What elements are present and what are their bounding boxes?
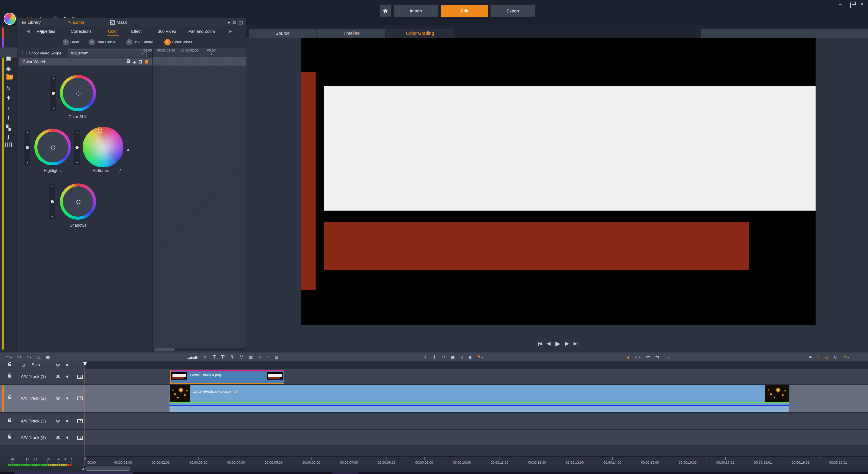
track-4-header[interactable]: A/V Track (4) [0, 430, 84, 445]
play-icon[interactable]: ▶ [555, 340, 560, 347]
motion-blur-icon[interactable]: ◌ [266, 354, 269, 360]
track-1-lane[interactable]: Lower Thirds 4.png [84, 369, 868, 384]
project-bin-folder-icon[interactable] [6, 75, 12, 80]
panel-playhead-marker[interactable] [40, 31, 44, 34]
tab-editor[interactable]: ✎ Editor [68, 20, 84, 25]
subtab-number[interactable]: 3 [126, 39, 132, 45]
track-fx-icon[interactable] [77, 419, 83, 423]
midtones-diamond-icon[interactable]: ◆ [127, 148, 129, 152]
color-shift-slider[interactable]: ▲▼ [51, 76, 56, 111]
export-frame-icon[interactable]: ▣ [46, 354, 50, 360]
subtab-number[interactable]: 4 [164, 39, 170, 45]
title-editor-icon[interactable]: T [213, 354, 216, 360]
subtab-basic[interactable]: Basic [70, 40, 80, 44]
audio-mixer-icon[interactable]: ▂▅▃▇ [188, 355, 197, 359]
eye-icon[interactable] [56, 420, 60, 422]
keyframe-diamond-icon[interactable]: ◆ [133, 60, 136, 64]
delete-effect-icon[interactable] [139, 60, 142, 63]
track-size-icon[interactable]: ≡▾ [26, 354, 31, 360]
color-shift-wheel-marker[interactable] [76, 92, 81, 96]
timeline-playhead-marker[interactable] [83, 362, 87, 366]
scorefitter-clef-icon[interactable]: ʃ [0, 133, 17, 140]
delete-trash-icon[interactable]: ▯ [461, 354, 463, 360]
subproject-icon[interactable]: ⊠ [274, 354, 278, 360]
magnet-snap-icon[interactable]: Ω [825, 354, 829, 360]
color-wheel-section-header[interactable]: Color Wheel ◆ [19, 58, 152, 65]
shadows-slider[interactable]: ▲▼ [49, 184, 55, 219]
track-3-lane[interactable] [84, 413, 868, 429]
slider-thumb[interactable] [51, 200, 54, 203]
track-fx-icon[interactable] [77, 375, 83, 379]
subtab-color-wheel[interactable]: Color Wheel [172, 40, 193, 44]
audio-monitor-icon[interactable]: ⊙ [834, 354, 838, 360]
clip-info-icon[interactable]: ▣ [451, 354, 455, 360]
snapshot-camera-icon[interactable]: ◙ [469, 354, 471, 360]
lock-icon[interactable] [8, 436, 11, 439]
frame-forward-icon[interactable]: |▶ [565, 341, 569, 346]
marker-out-icon[interactable]: ⇣ [433, 354, 436, 360]
edit-button[interactable]: Edit [441, 5, 488, 17]
color-wheel-keyframe-row[interactable] [153, 57, 247, 65]
panel-tab-360-video[interactable]: 360 Video [158, 29, 176, 34]
tab-mask[interactable]: Mask [110, 20, 127, 25]
speaker-icon[interactable] [66, 419, 68, 423]
subtab-tone-curve[interactable]: Tone Curve [96, 40, 116, 44]
eye-icon[interactable] [56, 375, 60, 378]
speaker-icon[interactable] [66, 436, 68, 439]
speaker-icon[interactable] [66, 375, 68, 378]
speaker-icon[interactable] [66, 364, 68, 367]
app-logo-icon[interactable] [4, 13, 16, 25]
title-text-icon[interactable]: T [0, 115, 17, 121]
speaker-icon[interactable] [66, 397, 68, 400]
timeline-ruler[interactable]: :00.0000:00:01.0000:00:02.0000:00:03.000… [84, 457, 868, 466]
track-row-3[interactable]: A/V Track (3) [0, 413, 868, 429]
film-reel-icon[interactable]: ◉ [0, 66, 17, 72]
highlights-wheel-marker[interactable] [51, 146, 55, 150]
lock-icon[interactable] [8, 397, 11, 399]
track-1-header[interactable]: A/V Track (1) [0, 369, 84, 384]
wave-icon[interactable]: V [240, 354, 243, 360]
piano-keyboard-icon[interactable] [5, 143, 12, 147]
go-start-icon[interactable]: |◀ [538, 341, 542, 346]
send-to-icon[interactable]: ➤ [227, 20, 231, 25]
title-3d-icon[interactable]: T³ [221, 354, 225, 360]
import-box-icon[interactable]: ▣ [0, 55, 17, 61]
slip-tool-icon[interactable]: ⇄ [646, 354, 650, 360]
scorefitter-icon[interactable]: ♬ [203, 354, 208, 360]
panel-tab-properties[interactable]: Properties [37, 29, 55, 34]
lock-icon[interactable] [127, 61, 130, 63]
midtones-reset-icon[interactable]: ↺ [118, 168, 122, 173]
editing-options-icon[interactable]: ✶▾ [843, 354, 848, 360]
panel-mini-ruler[interactable]: :00.0000:00:01.0000:00:02.0000:00 [153, 48, 247, 56]
subtab-hsl-tuning[interactable]: HSL Tuning [133, 40, 153, 44]
pop-out-icon[interactable]: ⧉ [232, 20, 236, 25]
highlights-slider[interactable]: ▲▼ [24, 130, 30, 165]
add-marker-icon[interactable]: ⚑▾ [477, 354, 483, 360]
midtones-slider[interactable]: ▲▼ [74, 130, 80, 165]
multicam-icon[interactable]: ▦ [248, 354, 253, 360]
panel-scrollbar-thumb[interactable] [154, 348, 175, 351]
effect-enabled-icon[interactable] [145, 60, 148, 63]
montage-template-icon[interactable]: ▚ [0, 125, 17, 131]
shadows-wheel-marker[interactable] [76, 200, 81, 204]
dual-view-icon[interactable]: ◫ [239, 20, 243, 25]
blend-mode-icon[interactable]: ◑ [258, 354, 261, 360]
track-row-4[interactable]: A/V Track (4) [0, 430, 868, 445]
lightning-transitions-icon[interactable] [6, 95, 11, 101]
select-tool-icon[interactable]: ➤ [625, 354, 631, 360]
eye-icon[interactable] [56, 397, 60, 400]
eye-icon[interactable] [56, 436, 60, 439]
tab-color-grading[interactable]: Color Grading [386, 29, 454, 38]
track-fx-icon[interactable] [77, 397, 83, 400]
panel-tab-effect[interactable]: Effect [131, 29, 142, 34]
go-end-icon[interactable]: ▶| [574, 341, 577, 346]
tabs-scroll-left-icon[interactable]: ◀ [26, 29, 30, 34]
subtab-number[interactable]: 2 [89, 39, 95, 45]
show-video-scope-checkbox[interactable] [22, 51, 27, 55]
scroll-left-icon[interactable]: ◀ [81, 467, 84, 471]
trim-mode-icon[interactable]: ⇤⇥ [636, 355, 641, 359]
midtones-wheel-marker[interactable] [98, 129, 102, 133]
import-button[interactable]: Import [394, 5, 438, 17]
clip-lower-thirds[interactable]: Lower Thirds 4.png [170, 370, 284, 384]
track-3-header[interactable]: A/V Track (3) [0, 413, 84, 429]
